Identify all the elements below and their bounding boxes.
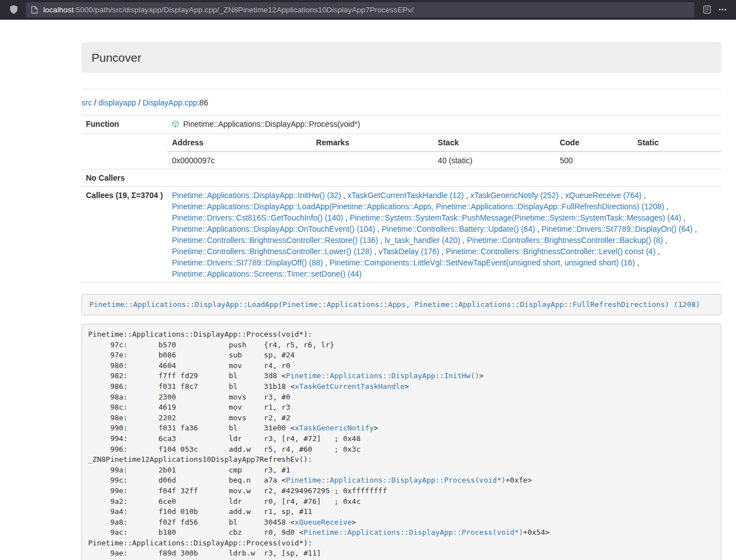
col-stack: Stack (433, 134, 555, 152)
metrics-row-label (81, 134, 167, 169)
function-icon (172, 120, 179, 131)
symbol-link[interactable]: Pinetime::Applications::DisplayApp::Proc… (286, 476, 505, 484)
callees-list: Pinetime::Applications::DisplayApp::Init… (167, 187, 721, 283)
url-host: localhost (43, 6, 74, 14)
col-remarks: Remarks (312, 134, 433, 152)
page-icon (31, 6, 38, 14)
callee-link[interactable]: Pinetime::Applications::DisplayApp::Load… (172, 202, 664, 211)
callee-link[interactable]: Pinetime::Controllers::BrightnessControl… (172, 247, 372, 256)
no-callers-row: No Callers (81, 169, 721, 187)
overflow-menu-icon[interactable] (715, 2, 730, 17)
symbol-link[interactable]: Pinetime::Applications::DisplayApp::Init… (286, 371, 479, 380)
metrics-table-cell: Address Remarks Stack Code Static 0x0000… (167, 134, 721, 169)
page-title: Puncover (92, 51, 711, 65)
callee-link[interactable]: Pinetime::Applications::DisplayApp::Init… (172, 191, 341, 200)
callee-link[interactable]: Pinetime::Controllers::Battery::Update()… (382, 224, 535, 233)
callee-link[interactable]: Pinetime::System::SystemTask::PushMessag… (350, 213, 682, 222)
symbol-link[interactable]: Pinetime::Applications::DisplayApp::Proc… (304, 528, 523, 536)
symbol-link[interactable]: xQueueReceive (295, 518, 352, 526)
callee-link[interactable]: xTaskGenericNotify (252) (470, 191, 559, 200)
callee-link[interactable]: Pinetime::Applications::Screens::Timer::… (172, 269, 362, 278)
callee-link[interactable]: Pinetime::Drivers::Cst816S::GetTouchInfo… (172, 213, 343, 222)
breadcrumb-link[interactable]: DisplayApp.cpp (143, 98, 197, 107)
divider (81, 89, 721, 89)
callee-link[interactable]: Pinetime::Components::LittleVgl::SetNewT… (330, 258, 635, 267)
breadcrumb-link[interactable]: displayapp (98, 98, 136, 107)
callee-link[interactable]: Pinetime::Drivers::St7789::DisplayOff() … (172, 258, 323, 267)
puncover-page: Puncover src / displayapp / DisplayApp.c… (0, 20, 736, 560)
function-name-cell: Pinetime::Applications::DisplayApp::Proc… (167, 116, 721, 134)
function-detail-table: Function Pinetime::Applications::Display… (81, 115, 721, 283)
breadcrumb-separator: / (136, 98, 143, 107)
jumbotron: Puncover (81, 42, 721, 73)
url-bar[interactable]: localhost:5000/path/src/displayapp/Displ… (26, 2, 694, 17)
callee-link[interactable]: vTaskDelay (176) (378, 247, 439, 256)
callees-label: Callees (19, Σ=3704 ) (81, 187, 167, 283)
function-row: Function Pinetime::Applications::Display… (81, 116, 721, 134)
disassembly-listing: Pinetime::Applications::DisplayApp::Proc… (81, 324, 721, 560)
symbol-link[interactable]: xTaskGenericNotify (295, 424, 374, 432)
site-identity-page-icon[interactable] (31, 6, 38, 14)
code-size-value: 500 (555, 152, 633, 169)
callers-cell (167, 169, 721, 187)
callee-link[interactable]: Pinetime::Controllers::BrightnessControl… (446, 247, 655, 256)
static-value (633, 152, 721, 169)
metrics-value-row: 0x0000097c 40 (static) 500 (167, 152, 721, 169)
breadcrumb-line-number: :86 (197, 98, 208, 107)
browser-chrome: localhost:5000/path/src/displayapp/Displ… (0, 0, 736, 20)
reader-icon (703, 5, 711, 14)
metrics-row: Address Remarks Stack Code Static 0x0000… (81, 134, 721, 169)
col-address: Address (167, 134, 312, 152)
address-value: 0x0000097c (167, 152, 312, 169)
metrics-header-row: Address Remarks Stack Code Static (167, 134, 721, 152)
callee-link[interactable]: xTaskGetCurrentTaskHandle (12) (348, 191, 464, 200)
callee-link[interactable]: Pinetime::Controllers::BrightnessControl… (172, 236, 378, 245)
function-label: Function (81, 116, 167, 134)
col-code: Code (555, 134, 633, 152)
callee-link[interactable]: Pinetime::Drivers::St7789::DisplayOn() (… (542, 224, 693, 233)
no-callers-label: No Callers (81, 169, 167, 187)
reader-view-icon[interactable] (699, 2, 715, 17)
highlighted-symbol[interactable]: Pinetime::Applications::DisplayApp::Load… (81, 294, 721, 315)
url-text: localhost:5000/path/src/displayapp/Displ… (43, 6, 414, 14)
ellipsis-icon (718, 5, 727, 14)
function-name: Pinetime::Applications::DisplayApp::Proc… (183, 120, 360, 128)
url-path: :5000/path/src/displayapp/DisplayApp.cpp… (74, 6, 414, 14)
remarks-value (312, 152, 433, 169)
callee-link[interactable]: xQueueReceive (764) (565, 191, 642, 200)
callees-row: Callees (19, Σ=3704 ) Pinetime::Applicat… (81, 187, 721, 283)
metrics-table: Address Remarks Stack Code Static 0x0000… (167, 134, 721, 169)
stack-value: 40 (static) (433, 152, 555, 169)
breadcrumb-separator: / (92, 98, 99, 107)
symbol-link[interactable]: xTaskGetCurrentTaskHandle (295, 382, 405, 391)
breadcrumb: src / displayapp / DisplayApp.cpp:86 (81, 97, 721, 108)
tracking-protection-shield-icon[interactable] (6, 2, 21, 17)
shield-icon (9, 4, 19, 15)
callee-link[interactable]: Pinetime::Applications::DisplayApp::OnTo… (172, 224, 375, 233)
callee-link[interactable]: lv_task_handler (420) (385, 236, 460, 245)
col-static: Static (633, 134, 721, 152)
breadcrumb-link[interactable]: src (81, 98, 92, 107)
callee-link[interactable]: Pinetime::Controllers::BrightnessControl… (467, 236, 662, 245)
